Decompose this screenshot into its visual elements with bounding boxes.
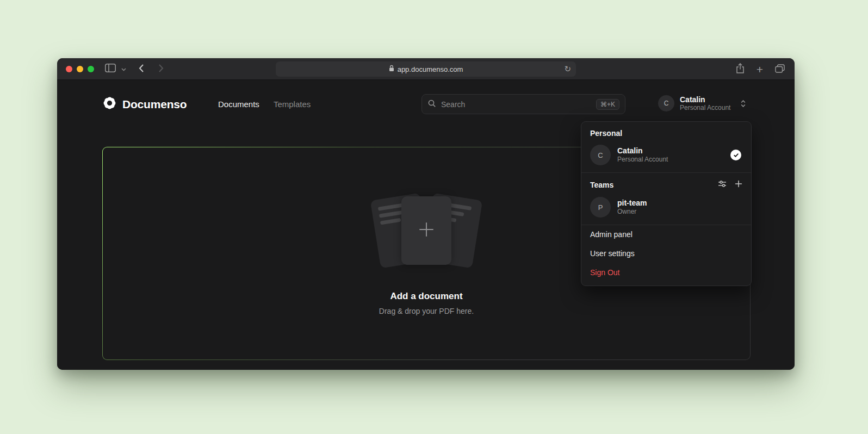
menu-section-teams-header: Teams bbox=[581, 173, 751, 195]
main-nav: Documents Templates bbox=[218, 100, 311, 109]
sidebar-toggle-button[interactable] bbox=[104, 63, 117, 75]
dropzone-subtitle: Drag & drop your PDF here. bbox=[379, 307, 474, 315]
illustration-card-center bbox=[401, 196, 451, 265]
share-button[interactable] bbox=[735, 62, 746, 76]
menu-item-sign-out[interactable]: Sign Out bbox=[581, 263, 751, 282]
document-stack-illustration bbox=[356, 192, 497, 270]
account-name: Catalin bbox=[680, 95, 730, 104]
plus-icon bbox=[417, 220, 436, 241]
chevron-down-icon bbox=[121, 65, 126, 73]
create-team-button[interactable] bbox=[735, 180, 742, 189]
account-avatar: C bbox=[658, 95, 674, 111]
tabs-icon bbox=[775, 64, 785, 75]
dropzone-title: Add a document bbox=[390, 291, 462, 302]
address-bar[interactable]: app.documenso.com ↻ bbox=[276, 61, 576, 77]
nav-documents[interactable]: Documents bbox=[218, 100, 259, 109]
team-role: Owner bbox=[617, 208, 647, 216]
tab-overview-button[interactable] bbox=[774, 63, 786, 76]
menu-section-teams: Teams bbox=[590, 181, 613, 189]
personal-subtitle: Personal Account bbox=[617, 156, 668, 164]
app-content: Documenso Documents Templates ⌘+K C Cata… bbox=[57, 80, 795, 370]
search-bar: ⌘+K bbox=[421, 94, 625, 114]
desktop-background: app.documenso.com ↻ + bbox=[0, 0, 868, 434]
forward-button[interactable] bbox=[157, 63, 165, 76]
selected-check-icon bbox=[730, 150, 741, 160]
documenso-logo-icon bbox=[102, 96, 117, 113]
personal-name: Catalin bbox=[617, 146, 668, 156]
chevron-right-icon bbox=[158, 64, 164, 75]
team-name: pit-team bbox=[617, 199, 647, 208]
account-dropdown-menu: Personal C Catalin Personal Account Team… bbox=[581, 121, 752, 286]
brand-name: Documenso bbox=[122, 98, 187, 111]
brand-logo-link[interactable]: Documenso bbox=[102, 96, 187, 113]
search-input[interactable] bbox=[441, 100, 591, 109]
sidebar-icon bbox=[105, 64, 116, 74]
nav-templates[interactable]: Templates bbox=[274, 100, 311, 109]
window-controls bbox=[66, 66, 94, 72]
browser-window: app.documenso.com ↻ + bbox=[57, 58, 795, 370]
share-icon bbox=[736, 63, 745, 75]
back-button[interactable] bbox=[137, 63, 145, 76]
menu-item-user-settings[interactable]: User settings bbox=[581, 244, 751, 263]
menu-personal-account-item[interactable]: C Catalin Personal Account bbox=[581, 142, 751, 172]
search-icon bbox=[427, 99, 436, 110]
menu-team-item[interactable]: P pit-team Owner bbox=[581, 195, 751, 225]
personal-avatar: C bbox=[590, 145, 611, 165]
minimize-window-button[interactable] bbox=[77, 66, 83, 72]
lock-icon bbox=[389, 65, 394, 73]
menu-section-personal: Personal bbox=[581, 122, 751, 142]
sliders-icon bbox=[718, 179, 727, 190]
new-tab-button[interactable]: + bbox=[757, 64, 763, 75]
reload-button[interactable]: ↻ bbox=[564, 64, 571, 74]
browser-titlebar: app.documenso.com ↻ + bbox=[57, 58, 795, 80]
plus-icon bbox=[735, 180, 742, 189]
team-avatar: P bbox=[590, 197, 611, 218]
manage-teams-button[interactable] bbox=[718, 179, 727, 190]
account-subtitle: Personal Account bbox=[680, 104, 730, 111]
sidebar-menu-chevron[interactable] bbox=[120, 64, 127, 74]
menu-item-admin-panel[interactable]: Admin panel bbox=[581, 225, 751, 244]
account-menu-button[interactable]: C Catalin Personal Account bbox=[658, 95, 746, 111]
chevron-up-down-icon bbox=[740, 100, 746, 108]
close-window-button[interactable] bbox=[66, 66, 72, 72]
address-url: app.documenso.com bbox=[398, 65, 463, 73]
search-shortcut-badge: ⌘+K bbox=[596, 99, 619, 110]
chevron-left-icon bbox=[138, 64, 144, 75]
zoom-window-button[interactable] bbox=[88, 66, 94, 72]
